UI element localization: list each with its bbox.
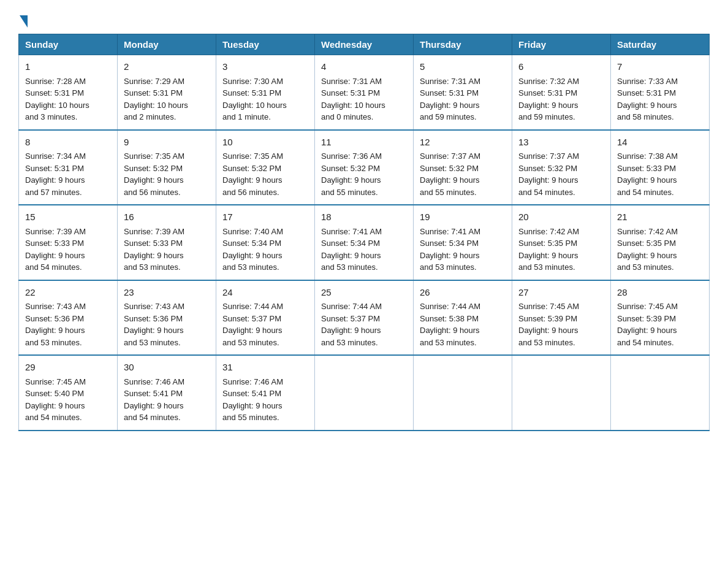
day-cell: 21Sunrise: 7:42 AMSunset: 5:35 PMDayligh…	[611, 205, 710, 280]
day-number: 30	[124, 361, 210, 375]
day-cell: 26Sunrise: 7:44 AMSunset: 5:38 PMDayligh…	[414, 280, 512, 356]
day-number: 28	[617, 286, 703, 300]
day-cell: 23Sunrise: 7:43 AMSunset: 5:36 PMDayligh…	[118, 280, 216, 356]
day-sunrise: Sunrise: 7:44 AMSunset: 5:37 PMDaylight:…	[321, 302, 382, 347]
day-cell: 27Sunrise: 7:45 AMSunset: 5:39 PMDayligh…	[512, 280, 611, 356]
page: SundayMondayTuesdayWednesdayThursdayFrid…	[0, 0, 728, 450]
day-number: 18	[321, 210, 407, 224]
day-number: 14	[617, 136, 703, 150]
day-number: 25	[321, 286, 407, 300]
day-sunrise: Sunrise: 7:44 AMSunset: 5:37 PMDaylight:…	[222, 302, 283, 347]
day-number: 2	[124, 60, 210, 74]
day-cell: 11Sunrise: 7:36 AMSunset: 5:32 PMDayligh…	[315, 130, 414, 205]
day-sunrise: Sunrise: 7:43 AMSunset: 5:36 PMDaylight:…	[25, 302, 86, 347]
day-number: 26	[420, 286, 506, 300]
calendar-header: SundayMondayTuesdayWednesdayThursdayFrid…	[19, 34, 710, 55]
day-number: 21	[617, 210, 703, 224]
day-cell: 5Sunrise: 7:31 AMSunset: 5:31 PMDaylight…	[414, 55, 512, 130]
day-number: 7	[617, 60, 703, 74]
day-cell: 24Sunrise: 7:44 AMSunset: 5:37 PMDayligh…	[216, 280, 315, 356]
header	[18, 12, 710, 28]
day-cell: 16Sunrise: 7:39 AMSunset: 5:33 PMDayligh…	[118, 205, 216, 280]
day-number: 23	[124, 286, 210, 300]
day-cell	[611, 355, 710, 431]
day-number: 20	[518, 210, 604, 224]
day-sunrise: Sunrise: 7:46 AMSunset: 5:41 PMDaylight:…	[222, 377, 283, 423]
day-cell: 12Sunrise: 7:37 AMSunset: 5:32 PMDayligh…	[414, 130, 512, 205]
header-cell-thursday: Thursday	[414, 34, 512, 55]
day-cell: 28Sunrise: 7:45 AMSunset: 5:39 PMDayligh…	[611, 280, 710, 356]
day-number: 12	[420, 136, 506, 150]
calendar-body: 1Sunrise: 7:28 AMSunset: 5:31 PMDaylight…	[19, 55, 710, 431]
day-sunrise: Sunrise: 7:28 AMSunset: 5:31 PMDaylight:…	[25, 77, 89, 122]
day-sunrise: Sunrise: 7:35 AMSunset: 5:32 PMDaylight:…	[124, 151, 184, 197]
day-sunrise: Sunrise: 7:37 AMSunset: 5:32 PMDaylight:…	[518, 151, 579, 197]
day-number: 6	[518, 60, 604, 74]
day-cell: 20Sunrise: 7:42 AMSunset: 5:35 PMDayligh…	[512, 205, 611, 280]
day-sunrise: Sunrise: 7:39 AMSunset: 5:33 PMDaylight:…	[124, 227, 184, 272]
day-number: 5	[420, 60, 506, 74]
day-number: 31	[222, 361, 308, 375]
day-sunrise: Sunrise: 7:45 AMSunset: 5:39 PMDaylight:…	[518, 302, 579, 347]
day-sunrise: Sunrise: 7:41 AMSunset: 5:34 PMDaylight:…	[420, 227, 480, 272]
header-cell-friday: Friday	[512, 34, 611, 55]
logo	[18, 15, 29, 28]
day-cell: 17Sunrise: 7:40 AMSunset: 5:34 PMDayligh…	[216, 205, 315, 280]
day-cell: 2Sunrise: 7:29 AMSunset: 5:31 PMDaylight…	[118, 55, 216, 130]
day-cell: 3Sunrise: 7:30 AMSunset: 5:31 PMDaylight…	[216, 55, 315, 130]
week-row-3: 15Sunrise: 7:39 AMSunset: 5:33 PMDayligh…	[19, 205, 710, 280]
day-number: 13	[518, 136, 604, 150]
day-cell	[315, 355, 414, 431]
day-number: 27	[518, 286, 604, 300]
day-number: 15	[25, 210, 111, 224]
day-sunrise: Sunrise: 7:34 AMSunset: 5:31 PMDaylight:…	[25, 151, 86, 197]
day-cell: 4Sunrise: 7:31 AMSunset: 5:31 PMDaylight…	[315, 55, 414, 130]
day-sunrise: Sunrise: 7:29 AMSunset: 5:31 PMDaylight:…	[124, 77, 188, 122]
day-sunrise: Sunrise: 7:36 AMSunset: 5:32 PMDaylight:…	[321, 151, 382, 197]
day-cell: 7Sunrise: 7:33 AMSunset: 5:31 PMDaylight…	[611, 55, 710, 130]
day-number: 8	[25, 136, 111, 150]
day-sunrise: Sunrise: 7:45 AMSunset: 5:39 PMDaylight:…	[617, 302, 678, 347]
header-cell-monday: Monday	[118, 34, 216, 55]
day-cell: 29Sunrise: 7:45 AMSunset: 5:40 PMDayligh…	[19, 355, 118, 431]
day-sunrise: Sunrise: 7:31 AMSunset: 5:31 PMDaylight:…	[321, 77, 385, 122]
day-sunrise: Sunrise: 7:35 AMSunset: 5:32 PMDaylight:…	[222, 151, 283, 197]
header-cell-tuesday: Tuesday	[216, 34, 315, 55]
week-row-5: 29Sunrise: 7:45 AMSunset: 5:40 PMDayligh…	[19, 355, 710, 431]
day-cell: 31Sunrise: 7:46 AMSunset: 5:41 PMDayligh…	[216, 355, 315, 431]
day-cell: 13Sunrise: 7:37 AMSunset: 5:32 PMDayligh…	[512, 130, 611, 205]
day-cell: 14Sunrise: 7:38 AMSunset: 5:33 PMDayligh…	[611, 130, 710, 205]
day-number: 3	[222, 60, 308, 74]
day-sunrise: Sunrise: 7:37 AMSunset: 5:32 PMDaylight:…	[420, 151, 480, 197]
day-sunrise: Sunrise: 7:42 AMSunset: 5:35 PMDaylight:…	[617, 227, 678, 272]
week-row-2: 8Sunrise: 7:34 AMSunset: 5:31 PMDaylight…	[19, 130, 710, 205]
day-number: 24	[222, 286, 308, 300]
day-sunrise: Sunrise: 7:32 AMSunset: 5:31 PMDaylight:…	[518, 77, 579, 122]
day-sunrise: Sunrise: 7:44 AMSunset: 5:38 PMDaylight:…	[420, 302, 480, 347]
day-cell: 9Sunrise: 7:35 AMSunset: 5:32 PMDaylight…	[118, 130, 216, 205]
day-sunrise: Sunrise: 7:40 AMSunset: 5:34 PMDaylight:…	[222, 227, 283, 272]
day-number: 9	[124, 136, 210, 150]
day-cell: 6Sunrise: 7:32 AMSunset: 5:31 PMDaylight…	[512, 55, 611, 130]
day-number: 10	[222, 136, 308, 150]
day-cell: 10Sunrise: 7:35 AMSunset: 5:32 PMDayligh…	[216, 130, 315, 205]
day-sunrise: Sunrise: 7:30 AMSunset: 5:31 PMDaylight:…	[222, 77, 287, 122]
day-number: 17	[222, 210, 308, 224]
header-cell-sunday: Sunday	[19, 34, 118, 55]
day-cell: 30Sunrise: 7:46 AMSunset: 5:41 PMDayligh…	[118, 355, 216, 431]
day-sunrise: Sunrise: 7:46 AMSunset: 5:41 PMDaylight:…	[124, 377, 184, 423]
header-cell-wednesday: Wednesday	[315, 34, 414, 55]
day-sunrise: Sunrise: 7:41 AMSunset: 5:34 PMDaylight:…	[321, 227, 382, 272]
day-number: 4	[321, 60, 407, 74]
week-row-4: 22Sunrise: 7:43 AMSunset: 5:36 PMDayligh…	[19, 280, 710, 356]
day-cell: 25Sunrise: 7:44 AMSunset: 5:37 PMDayligh…	[315, 280, 414, 356]
week-row-1: 1Sunrise: 7:28 AMSunset: 5:31 PMDaylight…	[19, 55, 710, 130]
day-number: 29	[25, 361, 111, 375]
day-number: 22	[25, 286, 111, 300]
day-sunrise: Sunrise: 7:31 AMSunset: 5:31 PMDaylight:…	[420, 77, 480, 122]
day-sunrise: Sunrise: 7:33 AMSunset: 5:31 PMDaylight:…	[617, 77, 678, 122]
calendar-table: SundayMondayTuesdayWednesdayThursdayFrid…	[18, 34, 710, 431]
day-number: 11	[321, 136, 407, 150]
day-number: 19	[420, 210, 506, 224]
day-cell: 22Sunrise: 7:43 AMSunset: 5:36 PMDayligh…	[19, 280, 118, 356]
